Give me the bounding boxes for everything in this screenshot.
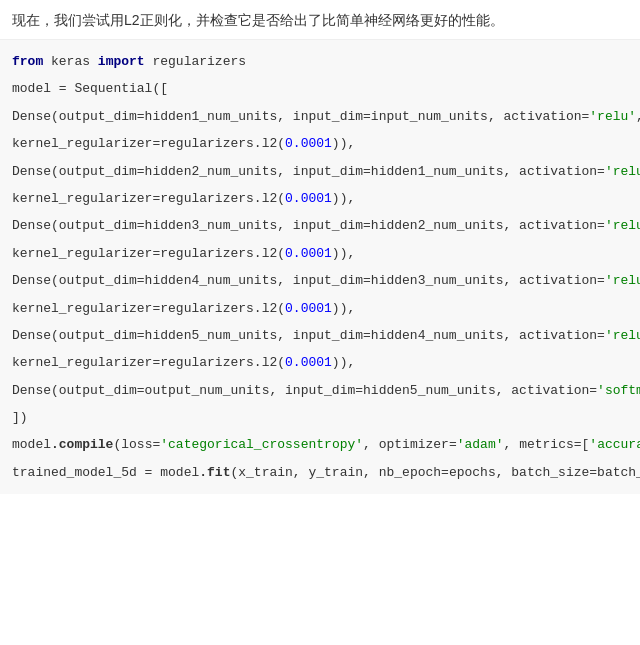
code-line-13: Dense(output_dim=hidden3_num_units, inpu… [12, 214, 628, 237]
code-line-5: Dense(output_dim=hidden1_num_units, inpu… [12, 105, 628, 128]
str-relu-3: 'relu' [605, 218, 640, 233]
code-line-17: Dense(output_dim=hidden4_num_units, inpu… [12, 269, 628, 292]
keyword-from: from [12, 54, 43, 69]
str-relu-1: 'relu' [589, 109, 636, 124]
keyword-import: import [98, 54, 145, 69]
code-line-11: kernel_regularizer=regularizers.l2(0.000… [12, 187, 628, 210]
intro-text: 现在，我们尝试用L2正则化，并检查它是否给出了比简单神经网络更好的性能。 [0, 0, 640, 40]
num-5: 0.0001 [285, 355, 332, 370]
method-compile: .compile [51, 437, 113, 452]
method-fit: .fit [199, 465, 230, 480]
code-line-27: ]) [12, 406, 628, 429]
num-3: 0.0001 [285, 246, 332, 261]
num-4: 0.0001 [285, 301, 332, 316]
code-line-9: Dense(output_dim=hidden2_num_units, inpu… [12, 160, 628, 183]
code-line-21: Dense(output_dim=hidden5_num_units, inpu… [12, 324, 628, 347]
code-line-31: trained_model_5d = model.fit(x_train, y_… [12, 461, 628, 484]
str-relu-5: 'relu' [605, 328, 640, 343]
code-line-29: model.compile(loss='categorical_crossent… [12, 433, 628, 456]
code-line-19: kernel_regularizer=regularizers.l2(0.000… [12, 297, 628, 320]
intro-section: 现在，我们尝试用L2正则化，并检查它是否给出了比简单神经网络更好的性能。 [0, 0, 640, 40]
code-line-1: from keras import regularizers [12, 50, 628, 73]
code-line-23: kernel_regularizer=regularizers.l2(0.000… [12, 351, 628, 374]
code-line-25: Dense(output_dim=output_num_units, input… [12, 379, 628, 402]
code-block: from keras import regularizers model = S… [0, 40, 640, 494]
code-line-7: kernel_regularizer=regularizers.l2(0.000… [12, 132, 628, 155]
str-relu-2: 'relu' [605, 164, 640, 179]
str-relu-4: 'relu' [605, 273, 640, 288]
num-1: 0.0001 [285, 136, 332, 151]
str-softmax: 'softmax' [597, 383, 640, 398]
code-line-15: kernel_regularizer=regularizers.l2(0.000… [12, 242, 628, 265]
num-2: 0.0001 [285, 191, 332, 206]
str-metrics: 'accuracy' [589, 437, 640, 452]
str-optimizer: 'adam' [457, 437, 504, 452]
code-line-3: model = Sequential([ [12, 77, 628, 100]
str-loss: 'categorical_crossentropy' [160, 437, 363, 452]
